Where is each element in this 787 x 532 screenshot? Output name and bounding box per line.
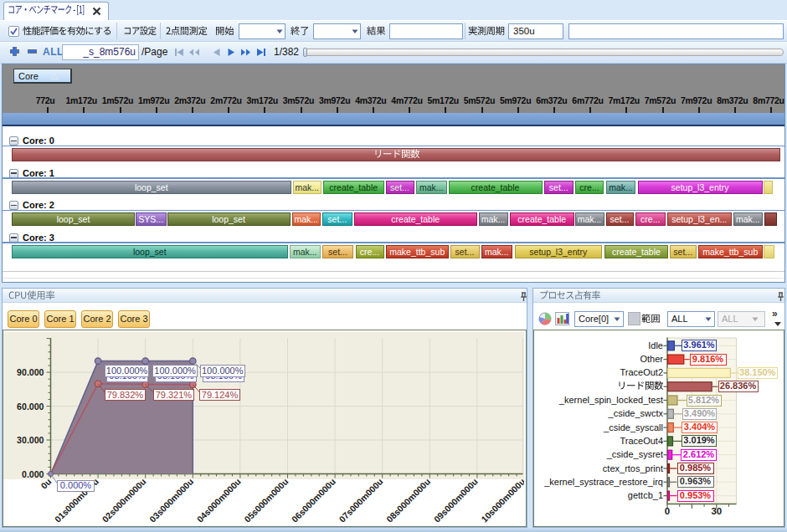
- svg-text:0: 0: [665, 506, 670, 516]
- svg-text:03s000m000u: 03s000m000u: [147, 476, 195, 524]
- svg-text:07s000m000u: 07s000m000u: [337, 476, 384, 524]
- svg-text:02s000m000u: 02s000m000u: [100, 476, 147, 524]
- svg-text:06s000m000u: 06s000m000u: [290, 476, 337, 524]
- svg-text:04s000m000u: 04s000m000u: [195, 476, 243, 524]
- svg-text:08s000m000u: 08s000m000u: [384, 476, 432, 524]
- svg-text:05s000m000u: 05s000m000u: [242, 476, 290, 524]
- svg-text:09s000m000u: 09s000m000u: [432, 476, 480, 524]
- svg-text:30.000: 30.000: [17, 435, 44, 445]
- svg-text:90.000: 90.000: [17, 367, 44, 377]
- svg-text:0.000: 0.000: [22, 469, 44, 479]
- svg-text:60.000: 60.000: [17, 402, 44, 412]
- svg-text:10s000m000u: 10s000m000u: [479, 476, 524, 524]
- svg-text:30: 30: [711, 506, 722, 516]
